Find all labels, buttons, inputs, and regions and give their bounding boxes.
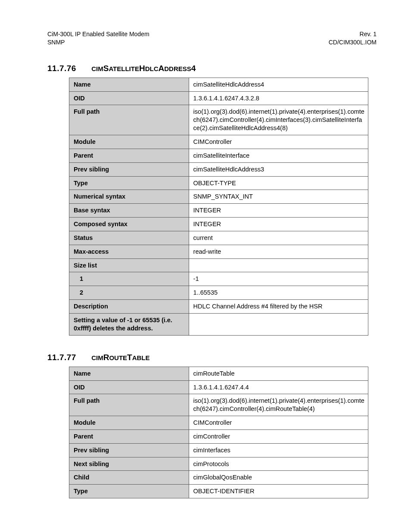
table-row: Numerical syntaxSNMP_SYNTAX_INT (69, 190, 368, 204)
row-value: 1.3.6.1.4.1.6247.4.4 (189, 380, 368, 394)
table-row: ParentcimController (69, 429, 368, 443)
table-row: ModuleCIMController (69, 135, 368, 149)
mib-table-1: NamecimSatelliteHdlcAddress4OID1.3.6.1.4… (69, 78, 368, 336)
table-row: TypeOBJECT-IDENTIFIER (69, 485, 368, 498)
row-label: Description (69, 300, 189, 314)
row-label: Full path (69, 105, 189, 135)
row-value: OBJECT-TYPE (189, 176, 368, 190)
table-row: Next siblingcimProtocols (69, 457, 368, 471)
table-row: Max-accessread-write (69, 245, 368, 258)
row-label: Child (69, 471, 189, 485)
table-row: TypeOBJECT-TYPE (69, 176, 368, 190)
section-number: 11.7.76 (47, 64, 76, 73)
table-row: Base syntaxINTEGER (69, 204, 368, 218)
row-label: Next sibling (69, 457, 189, 471)
row-value: cimController (189, 429, 368, 443)
section-heading-1: 11.7.76 CIMSATELLITEHDLCADDRESS4 (47, 64, 377, 73)
row-label: Base syntax (69, 204, 189, 218)
table-row: 21..65535 (69, 286, 368, 300)
row-label: Name (69, 367, 189, 380)
table-row: ModuleCIMController (69, 416, 368, 430)
table-row: OID1.3.6.1.4.1.6247.4.4 (69, 380, 368, 394)
section-number: 11.7.77 (47, 353, 76, 362)
table-row: NamecimSatelliteHdlcAddress4 (69, 78, 368, 91)
row-label: 2 (69, 286, 189, 300)
row-label: Prev sibling (69, 162, 189, 176)
table-row: ParentcimSatelliteInterface (69, 149, 368, 162)
row-value: cimSatelliteHdlcAddress3 (189, 162, 368, 176)
header-title: CiM-300L IP Enabled Satellite Modem (47, 31, 149, 37)
row-value: cimSatelliteInterface (189, 149, 368, 162)
row-label: Name (69, 78, 189, 91)
table-row: ChildcimGlobalQosEnable (69, 471, 368, 485)
row-value: current (189, 231, 368, 245)
row-value: read-write (189, 245, 368, 258)
row-value: OBJECT-IDENTIFIER (189, 485, 368, 498)
section-heading-2: 11.7.77 CIMROUTETABLE (47, 353, 377, 362)
row-label: Prev sibling (69, 443, 189, 457)
header-rev: Rev. 1 (360, 31, 377, 37)
header-right: Rev. 1 CD/CIM300L.IOM (329, 30, 377, 47)
document-page: CiM-300L IP Enabled Satellite Modem SNMP… (0, 0, 411, 532)
table-row: OID1.3.6.1.4.1.6247.4.3.2.8 (69, 91, 368, 105)
mib-table-2: NamecimRouteTableOID1.3.6.1.4.1.6247.4.4… (69, 367, 368, 498)
row-value (189, 258, 368, 272)
row-value: cimGlobalQosEnable (189, 471, 368, 485)
row-label: Composed syntax (69, 218, 189, 231)
table-row: Prev siblingcimSatelliteHdlcAddress3 (69, 162, 368, 176)
row-value: INTEGER (189, 204, 368, 218)
row-value: HDLC Channel Address #4 filtered by the … (189, 300, 368, 314)
row-value: iso(1).org(3).dod(6).internet(1).private… (189, 394, 368, 416)
row-value: cimSatelliteHdlcAddress4 (189, 78, 368, 91)
row-label: Type (69, 485, 189, 498)
row-value: iso(1).org(3).dod(6).internet(1).private… (189, 105, 368, 135)
row-value: cimRouteTable (189, 367, 368, 380)
row-value: 1.3.6.1.4.1.6247.4.3.2.8 (189, 91, 368, 105)
header-left: CiM-300L IP Enabled Satellite Modem SNMP (47, 30, 149, 47)
row-label: Status (69, 231, 189, 245)
row-label: OID (69, 91, 189, 105)
row-value: -1 (189, 272, 368, 286)
row-value: 1..65535 (189, 286, 368, 300)
table-1-wrap: NamecimSatelliteHdlcAddress4OID1.3.6.1.4… (69, 78, 377, 336)
table-row: Composed syntaxINTEGER (69, 218, 368, 231)
row-value: SNMP_SYNTAX_INT (189, 190, 368, 204)
header-doc: CD/CIM300L.IOM (329, 39, 377, 46)
table-2-wrap: NamecimRouteTableOID1.3.6.1.4.1.6247.4.4… (69, 367, 377, 498)
table-row: Statuscurrent (69, 231, 368, 245)
row-label: Max-access (69, 245, 189, 258)
row-label: Full path (69, 394, 189, 416)
table-row: Full pathiso(1).org(3).dod(6).internet(1… (69, 105, 368, 135)
row-value: cimProtocols (189, 457, 368, 471)
table-row: Setting a value of -1 or 65535 (i.e. 0xf… (69, 313, 368, 335)
row-label: 1 (69, 272, 189, 286)
table-row: 1-1 (69, 272, 368, 286)
row-label: Module (69, 416, 189, 430)
row-label: Module (69, 135, 189, 149)
row-label: OID (69, 380, 189, 394)
row-label: Setting a value of -1 or 65535 (i.e. 0xf… (69, 313, 189, 335)
table-row: NamecimRouteTable (69, 367, 368, 380)
row-value: CIMController (189, 135, 368, 149)
row-label: Parent (69, 429, 189, 443)
table-row: Size list (69, 258, 368, 272)
row-label: Parent (69, 149, 189, 162)
row-label: Type (69, 176, 189, 190)
table-row: DescriptionHDLC Channel Address #4 filte… (69, 300, 368, 314)
table-row: Prev siblingcimInterfaces (69, 443, 368, 457)
page-header: CiM-300L IP Enabled Satellite Modem SNMP… (47, 30, 377, 47)
row-value: cimInterfaces (189, 443, 368, 457)
header-subtitle: SNMP (47, 39, 65, 46)
row-label: Numerical syntax (69, 190, 189, 204)
row-value: INTEGER (189, 218, 368, 231)
table-row: Full pathiso(1).org(3).dod(6).internet(1… (69, 394, 368, 416)
row-value: CIMController (189, 416, 368, 430)
row-label: Size list (69, 258, 189, 272)
row-value (189, 313, 368, 335)
